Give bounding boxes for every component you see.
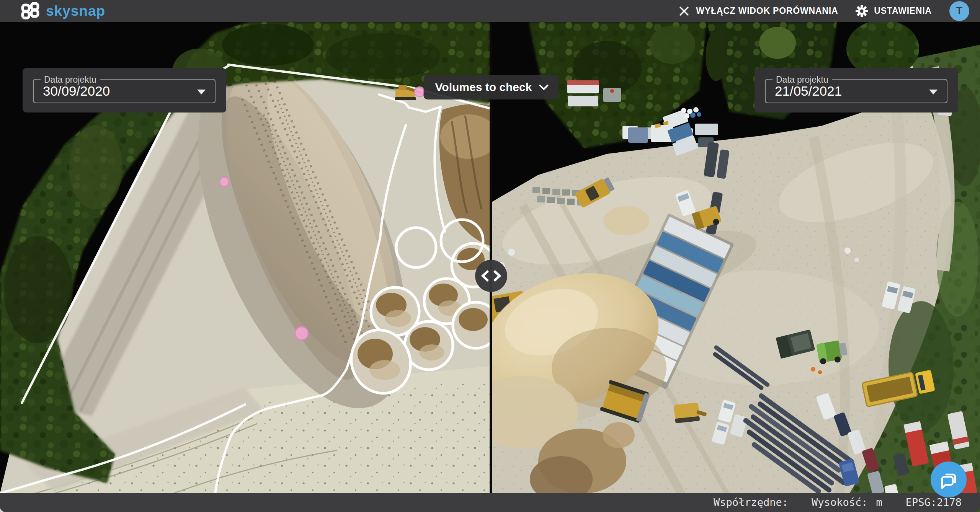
- height-label: Wysokość:: [812, 496, 867, 509]
- chevron-down-icon: [539, 84, 549, 90]
- comparison-viewport: Data projektu 30/09/2020: [0, 22, 980, 512]
- left-date-select[interactable]: Data projektu 30/09/2020: [33, 79, 216, 103]
- chat-bubbles-icon: [939, 470, 959, 489]
- left-date-value: 30/09/2020: [43, 80, 110, 103]
- coordinates-label: Współrzędne:: [714, 496, 788, 509]
- user-initial: T: [956, 5, 963, 17]
- brand-logo[interactable]: skysnap: [21, 2, 105, 20]
- height-unit: m: [876, 496, 882, 509]
- skysnap-logo-icon: [21, 2, 40, 20]
- left-point-cloud-view[interactable]: Data projektu 30/09/2020: [0, 22, 490, 512]
- coordinates-readout: Współrzędne:: [702, 496, 800, 509]
- pink-marker: [220, 177, 229, 186]
- caret-down-icon: [929, 90, 938, 95]
- top-bar: skysnap WYŁĄCZ WIDOK PORÓWNANIA: [0, 0, 980, 22]
- volumes-to-check-label: Volumes to check: [435, 81, 532, 94]
- disable-comparison-label: WYŁĄCZ WIDOK PORÓWNANIA: [696, 6, 838, 16]
- status-bar: Współrzędne: Wysokość: m EPSG:2178: [0, 493, 980, 512]
- skysnap-app-window: skysnap WYŁĄCZ WIDOK PORÓWNANIA: [0, 0, 980, 512]
- chat-button[interactable]: [931, 461, 967, 497]
- user-avatar[interactable]: T: [949, 1, 969, 21]
- compare-arrows-icon: [480, 269, 502, 282]
- epsg-label: EPSG:2178: [906, 496, 962, 509]
- right-date-select[interactable]: Data projektu 21/05/2021: [765, 79, 947, 103]
- gear-icon: [856, 5, 868, 17]
- settings-button[interactable]: USTAWIENIA: [856, 5, 932, 17]
- brand-name: skysnap: [46, 3, 105, 19]
- close-icon: [678, 5, 690, 17]
- caret-down-icon: [197, 90, 206, 95]
- height-readout: Wysokość: m: [800, 496, 894, 509]
- disable-comparison-button[interactable]: WYŁĄCZ WIDOK PORÓWNANIA: [678, 5, 838, 17]
- right-date-value: 21/05/2021: [775, 80, 842, 103]
- epsg-readout: EPSG:2178: [894, 496, 962, 509]
- settings-label: USTAWIENIA: [874, 6, 932, 16]
- comparison-slider-handle[interactable]: [475, 260, 507, 292]
- pink-marker: [295, 327, 308, 340]
- left-date-panel: Data projektu 30/09/2020: [23, 68, 226, 113]
- pink-marker: [415, 87, 425, 97]
- right-point-cloud-view[interactable]: Data projektu 21/05/2021: [492, 22, 980, 512]
- right-date-panel: Data projektu 21/05/2021: [755, 68, 958, 113]
- volumes-to-check-dropdown[interactable]: Volumes to check: [424, 75, 559, 99]
